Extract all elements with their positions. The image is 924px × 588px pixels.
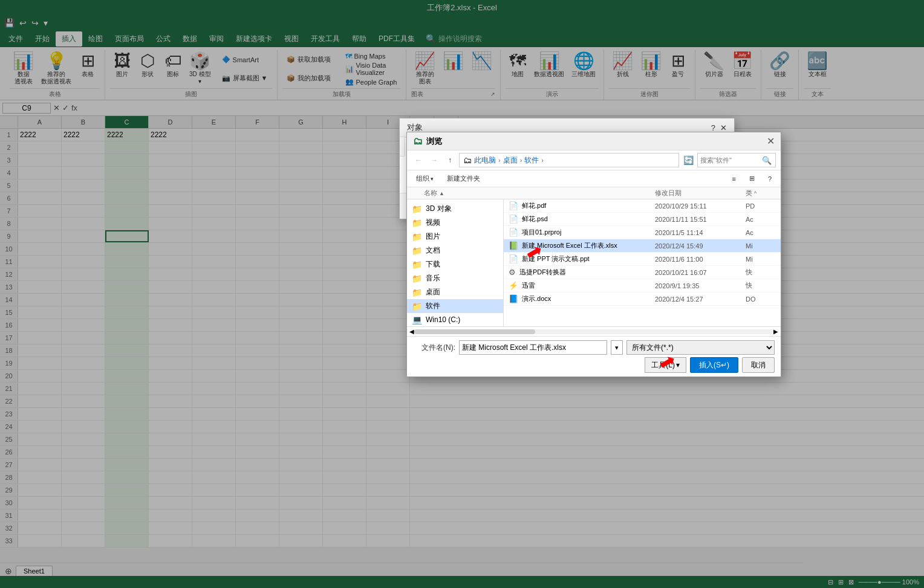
excel-file-icon: 📗 bbox=[509, 241, 518, 250]
folder-docs[interactable]: 📁 文档 bbox=[407, 244, 503, 257]
docx-icon: 📘 bbox=[509, 294, 518, 303]
file-demo-docx[interactable]: 📘 演示.docx 2020/12/4 15:27 DO bbox=[504, 292, 781, 306]
view-info-btn[interactable]: ? bbox=[764, 173, 776, 184]
folder-video[interactable]: 📁 视频 bbox=[407, 216, 503, 230]
col-name-header[interactable]: 名称 ▲ bbox=[424, 189, 655, 198]
xunlei-icon: ⚡ bbox=[509, 281, 518, 290]
path-folder[interactable]: 软件 bbox=[524, 155, 539, 166]
pdf-icon: 📄 bbox=[509, 201, 518, 210]
filename-input[interactable] bbox=[459, 340, 607, 355]
file-action-row: 工具(L) ▾ 插入(S↵) 取消 bbox=[413, 357, 775, 373]
new-folder-btn[interactable]: 新建文件夹 bbox=[443, 172, 484, 185]
right-panel: 📄 鲜花.pdf 2020/10/29 15:11 PD 📄 鲜花.psd 20… bbox=[504, 199, 781, 326]
object-dialog-help-btn[interactable]: ? bbox=[711, 123, 715, 132]
tools-btn[interactable]: 工具(L) ▾ bbox=[645, 357, 686, 373]
path-desktop[interactable]: 桌面 bbox=[503, 155, 518, 166]
view-info-icon: ? bbox=[768, 175, 772, 183]
col-date-header[interactable]: 修改日期 bbox=[655, 189, 746, 198]
left-panel: 📁 3D 对象 📁 视频 📁 图片 📁 文档 📁 下载 📁 音乐 bbox=[407, 199, 504, 326]
organize-arrow-icon: ▾ bbox=[431, 176, 434, 182]
folder-music-icon: 📁 bbox=[412, 274, 422, 283]
psd-icon: 📄 bbox=[509, 215, 518, 224]
file-project01[interactable]: 📄 项目01.prproj 2020/11/5 11:14 Ac bbox=[504, 226, 781, 239]
browse-close-btn[interactable]: ✕ bbox=[767, 135, 775, 147]
ppt-icon: 📄 bbox=[509, 254, 518, 263]
filename-label: 文件名(N): bbox=[413, 343, 455, 353]
search-box: 🔍 bbox=[697, 153, 776, 167]
filename-row: 文件名(N): ▾ 所有文件(*.*) bbox=[413, 340, 775, 355]
folder-downloads-icon: 📁 bbox=[412, 260, 422, 270]
browse-title-text: 浏览 bbox=[426, 136, 442, 147]
file-xihua-psd[interactable]: 📄 鲜花.psd 2020/11/11 15:51 Ac bbox=[504, 213, 781, 226]
drive-c-icon: 💻 bbox=[412, 315, 422, 325]
folder-desktop-icon: 📁 bbox=[412, 288, 422, 297]
path-this-pc[interactable]: 此电脑 bbox=[474, 155, 496, 166]
file-column-headers: 名称 ▲ 修改日期 类 ^ bbox=[407, 187, 781, 199]
organize-btn[interactable]: 组织 ▾ bbox=[412, 172, 438, 185]
folder-music[interactable]: 📁 音乐 bbox=[407, 271, 503, 285]
file-xunlei[interactable]: ⚡ 迅雷 2020/9/1 19:35 快 bbox=[504, 279, 781, 292]
file-browser: 📁 3D 对象 📁 视频 📁 图片 📁 文档 📁 下载 📁 音乐 bbox=[407, 199, 781, 326]
folder-docs-icon: 📁 bbox=[412, 246, 422, 256]
browse-dialog: 🗂 浏览 ✕ ← → ↑ 🗂 此电脑 › 桌面 › 软件 › 🔄 🔍 组织 ▾ bbox=[406, 132, 781, 377]
drive-c[interactable]: 💻 Win10 (C:) bbox=[407, 313, 503, 326]
folder-software-icon: 📁 bbox=[412, 302, 422, 311]
folder-software[interactable]: 📁 软件 bbox=[407, 299, 503, 313]
folder-downloads[interactable]: 📁 下载 bbox=[407, 257, 503, 271]
file-xihua-pdf[interactable]: 📄 鲜花.pdf 2020/10/29 15:11 PD bbox=[504, 199, 781, 213]
file-toolbar: 组织 ▾ 新建文件夹 ≡ ⊞ ? bbox=[407, 170, 781, 187]
view-grid-icon: ⊞ bbox=[749, 175, 755, 183]
forward-btn[interactable]: → bbox=[428, 153, 441, 167]
path-bar: 🗂 此电脑 › 桌面 › 软件 › bbox=[459, 153, 679, 167]
folder-pictures-icon: 📁 bbox=[412, 232, 422, 242]
h-scroll-thumb[interactable] bbox=[414, 329, 535, 334]
folder-path-icon: 🗂 bbox=[463, 155, 472, 165]
back-btn[interactable]: ← bbox=[412, 153, 425, 167]
file-new-ppt[interactable]: 📄 新建 PPT 演示文稿.ppt 2020/11/6 11:00 Mi bbox=[504, 253, 781, 266]
browse-title-icon: 🗂 bbox=[413, 136, 423, 147]
prproj-icon: 📄 bbox=[509, 228, 518, 237]
search-btn-icon[interactable]: 🔍 bbox=[762, 156, 772, 165]
up-btn[interactable]: ↑ bbox=[443, 153, 457, 167]
folder-video-icon: 📁 bbox=[412, 218, 422, 228]
tools-arrow-icon: ▾ bbox=[676, 361, 680, 369]
col-type-header[interactable]: 类 ^ bbox=[746, 189, 776, 198]
address-bar: ← → ↑ 🗂 此电脑 › 桌面 › 软件 › 🔄 🔍 bbox=[407, 150, 781, 170]
view-list-btn[interactable]: ≡ bbox=[727, 173, 740, 184]
search-input[interactable] bbox=[700, 157, 761, 164]
pdfconverter-icon: ⚙ bbox=[509, 268, 516, 277]
file-bottom: 文件名(N): ▾ 所有文件(*.*) 工具(L) ▾ 插入(S↵) 取消 bbox=[407, 336, 781, 376]
object-dialog-close-btn[interactable]: ✕ bbox=[720, 123, 727, 132]
file-pdf-converter[interactable]: ⚙ 迅捷PDF转换器 2020/10/21 16:07 快 bbox=[504, 266, 781, 279]
browse-dialog-title: 🗂 浏览 ✕ bbox=[407, 132, 781, 150]
h-scroll-right-btn[interactable]: ▶ bbox=[773, 328, 778, 335]
view-list-icon: ≡ bbox=[732, 175, 735, 183]
file-new-excel[interactable]: 📗 新建 Microsoft Excel 工作表.xlsx 2020/12/4 … bbox=[504, 239, 781, 253]
refresh-btn[interactable]: 🔄 bbox=[682, 153, 695, 167]
filetype-select[interactable]: 所有文件(*.*) bbox=[626, 340, 775, 355]
folder-3d-icon: 📁 bbox=[412, 204, 422, 214]
h-scroll[interactable]: ◀ ▶ bbox=[407, 326, 781, 336]
view-grid-btn[interactable]: ⊞ bbox=[745, 173, 759, 184]
folder-3d[interactable]: 📁 3D 对象 bbox=[407, 202, 503, 216]
folder-desktop[interactable]: 📁 桌面 bbox=[407, 285, 503, 299]
h-scroll-bar bbox=[414, 329, 773, 334]
folder-pictures[interactable]: 📁 图片 bbox=[407, 230, 503, 244]
insert-btn[interactable]: 插入(S↵) bbox=[690, 357, 738, 373]
filename-dropdown-btn[interactable]: ▾ bbox=[611, 340, 623, 355]
browse-cancel-btn[interactable]: 取消 bbox=[742, 357, 775, 373]
h-scroll-left-btn[interactable]: ◀ bbox=[409, 328, 414, 335]
